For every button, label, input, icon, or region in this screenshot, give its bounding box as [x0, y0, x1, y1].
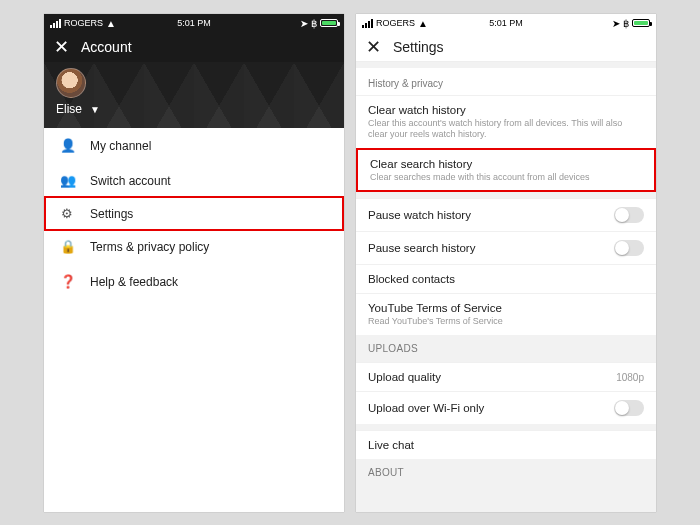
close-icon[interactable]: ✕: [54, 36, 69, 58]
username: Elise: [56, 102, 82, 116]
menu-label: Terms & privacy policy: [90, 240, 209, 254]
section-history-privacy: History & privacy: [356, 68, 656, 95]
signal-icon: [50, 19, 61, 28]
item-title: Blocked contacts: [368, 273, 644, 285]
close-icon[interactable]: ✕: [366, 36, 381, 58]
menu-label: Settings: [90, 207, 133, 221]
item-live-chat[interactable]: Live chat: [356, 430, 656, 459]
menu-label: Switch account: [90, 174, 171, 188]
header-bar: ✕ Account: [44, 32, 344, 62]
menu-terms[interactable]: 🔒 Terms & privacy policy: [44, 229, 344, 264]
item-blocked-contacts[interactable]: Blocked contacts: [356, 264, 656, 293]
section-uploads: UPLOADS: [356, 335, 656, 362]
status-bar: ROGERS ▲ 5:01 PM ➤ ฿: [356, 14, 656, 32]
settings-list[interactable]: History & privacy Clear watch history Cl…: [356, 62, 656, 512]
item-title: Upload quality: [368, 371, 441, 383]
phone-account: ROGERS ▲ 5:01 PM ➤ ฿ ✕ Account Elise ▼ 👤: [44, 14, 344, 512]
status-bar: ROGERS ▲ 5:01 PM ➤ ฿: [44, 14, 344, 32]
header-bar: ✕ Settings: [356, 32, 656, 62]
item-subtitle: Read YouTube's Terms of Service: [368, 316, 644, 327]
item-title: YouTube Terms of Service: [368, 302, 644, 314]
item-youtube-tos[interactable]: YouTube Terms of Service Read YouTube's …: [356, 293, 656, 335]
item-upload-quality[interactable]: Upload quality 1080p: [356, 362, 656, 391]
location-icon: ➤: [612, 18, 620, 29]
toggle-switch[interactable]: [614, 240, 644, 256]
item-subtitle: Clear searches made with this account fr…: [370, 172, 642, 183]
gear-icon: ⚙: [60, 206, 74, 221]
chevron-down-icon: ▼: [90, 104, 100, 115]
item-title: Pause search history: [368, 242, 475, 254]
item-title: Clear watch history: [368, 104, 644, 116]
item-subtitle: Clear this account's watch history from …: [368, 118, 644, 140]
carrier-label: ROGERS: [376, 18, 415, 28]
toggle-switch[interactable]: [614, 400, 644, 416]
item-pause-watch-history[interactable]: Pause watch history: [356, 198, 656, 231]
item-upload-wifi-only[interactable]: Upload over Wi-Fi only: [356, 391, 656, 424]
avatar[interactable]: [56, 68, 86, 98]
lock-icon: 🔒: [60, 239, 74, 254]
menu-label: Help & feedback: [90, 275, 178, 289]
item-title: Upload over Wi-Fi only: [368, 402, 484, 414]
account-hero: Elise ▼: [44, 62, 344, 128]
accounts-icon: 👥: [60, 173, 74, 188]
wifi-icon: ▲: [418, 18, 428, 29]
section-about: ABOUT: [356, 459, 656, 486]
bluetooth-icon: ฿: [623, 18, 629, 29]
battery-icon: [320, 19, 338, 27]
page-title: Settings: [393, 39, 444, 55]
menu-switch-account[interactable]: 👥 Switch account: [44, 163, 344, 198]
bluetooth-icon: ฿: [311, 18, 317, 29]
menu-my-channel[interactable]: 👤 My channel: [44, 128, 344, 163]
signal-icon: [362, 19, 373, 28]
person-box-icon: 👤: [60, 138, 74, 153]
phone-settings: ROGERS ▲ 5:01 PM ➤ ฿ ✕ Settings History …: [356, 14, 656, 512]
item-value: 1080p: [616, 372, 644, 383]
help-icon: ❓: [60, 274, 74, 289]
menu-help[interactable]: ❓ Help & feedback: [44, 264, 344, 299]
page-title: Account: [81, 39, 132, 55]
toggle-switch[interactable]: [614, 207, 644, 223]
item-clear-search-history[interactable]: Clear search history Clear searches made…: [356, 148, 656, 193]
account-menu: 👤 My channel 👥 Switch account ⚙ Settings…: [44, 128, 344, 299]
account-switcher[interactable]: Elise ▼: [56, 102, 332, 120]
item-title: Pause watch history: [368, 209, 471, 221]
menu-label: My channel: [90, 139, 151, 153]
item-pause-search-history[interactable]: Pause search history: [356, 231, 656, 264]
item-clear-watch-history[interactable]: Clear watch history Clear this account's…: [356, 95, 656, 148]
location-icon: ➤: [300, 18, 308, 29]
menu-settings[interactable]: ⚙ Settings: [44, 196, 344, 231]
item-title: Live chat: [368, 439, 644, 451]
carrier-label: ROGERS: [64, 18, 103, 28]
item-title: Clear search history: [370, 158, 642, 170]
wifi-icon: ▲: [106, 18, 116, 29]
battery-icon: [632, 19, 650, 27]
